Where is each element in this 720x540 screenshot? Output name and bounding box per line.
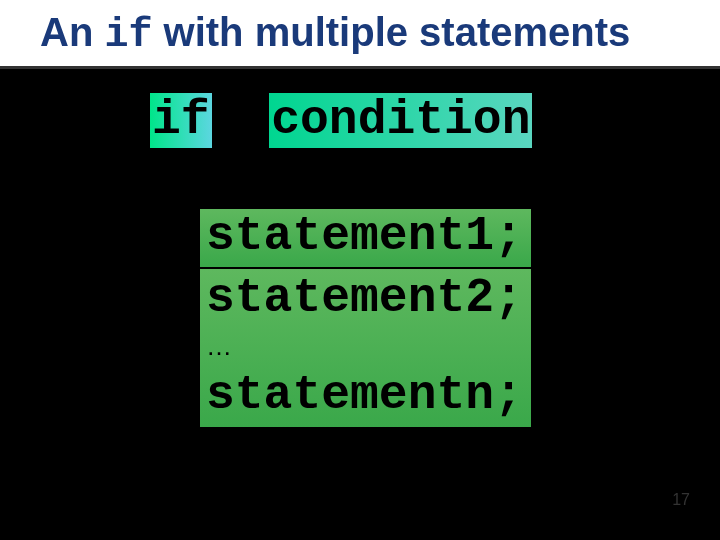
- if-keyword: if: [150, 93, 212, 148]
- statement-lower-group: statement2; … statementn;: [200, 269, 531, 427]
- title-suffix: with multiple statements: [152, 10, 630, 54]
- code-block: if( condition ) { statement1; statement2…: [150, 93, 590, 486]
- statement-1: statement1;: [200, 209, 531, 266]
- condition: condition: [269, 93, 532, 148]
- statement-group: statement1; statement2; … statementn;: [200, 209, 590, 426]
- if-line: if( condition ): [150, 93, 590, 148]
- annotation-line2: bunch of: [24, 334, 194, 369]
- paren-close: ): [561, 93, 590, 147]
- paren-open: (: [212, 93, 241, 147]
- slide-title: An if with multiple statements: [0, 0, 720, 69]
- page-number: 17: [672, 491, 690, 509]
- title-keyword: if: [104, 13, 152, 58]
- statement-n: statementn;: [206, 368, 523, 422]
- statement-2: statement2;: [206, 271, 523, 325]
- brace-open: {: [150, 150, 590, 205]
- ellipsis: …: [206, 326, 523, 368]
- annotation-line1: A whole: [24, 299, 194, 334]
- annotation-label: A whole bunch of statements: [24, 299, 194, 403]
- annotation-line3: statements: [24, 368, 194, 403]
- title-prefix: An: [40, 10, 104, 54]
- brace-close: }: [150, 431, 590, 486]
- slide-content: if( condition ) { statement1; statement2…: [0, 69, 720, 529]
